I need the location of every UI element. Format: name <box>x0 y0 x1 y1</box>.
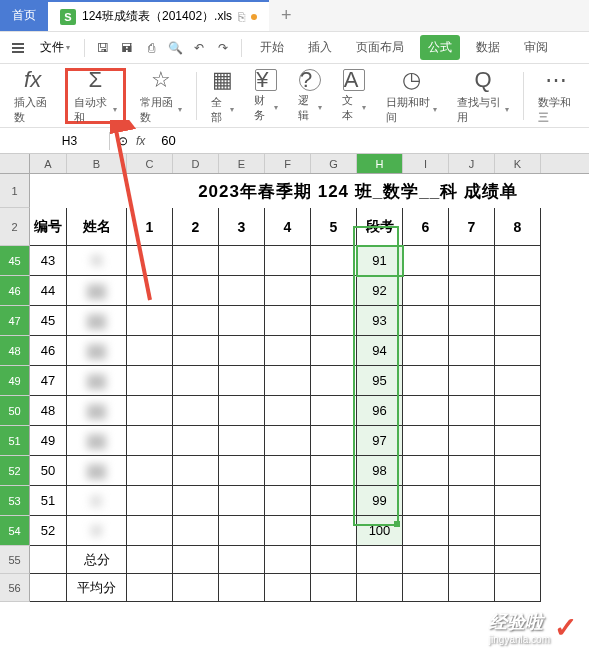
row-header[interactable]: 47 <box>0 306 30 336</box>
row-header[interactable]: 45 <box>0 246 30 276</box>
cell-header[interactable]: 5 <box>311 208 357 246</box>
col-header-B[interactable]: B <box>67 154 127 173</box>
cell-id[interactable]: 46 <box>30 336 67 366</box>
cell[interactable] <box>495 306 541 336</box>
lookup-button[interactable]: Q 查找与引用▾ <box>451 68 515 124</box>
col-header-I[interactable]: I <box>403 154 449 173</box>
cell[interactable] <box>265 306 311 336</box>
text-button[interactable]: A 文本▾ <box>336 68 372 124</box>
col-header-C[interactable]: C <box>127 154 173 173</box>
menu-start[interactable]: 开始 <box>252 35 292 60</box>
logic-button[interactable]: ? 逻辑▾ <box>292 68 328 124</box>
cell-header[interactable]: 4 <box>265 208 311 246</box>
menu-review[interactable]: 审阅 <box>516 35 556 60</box>
cell[interactable] <box>495 336 541 366</box>
col-header-J[interactable]: J <box>449 154 495 173</box>
cell[interactable] <box>449 456 495 486</box>
cell[interactable] <box>127 396 173 426</box>
cell[interactable] <box>449 486 495 516</box>
cell-header[interactable]: 6 <box>403 208 449 246</box>
cell[interactable] <box>219 396 265 426</box>
cell[interactable] <box>311 336 357 366</box>
cell[interactable] <box>449 306 495 336</box>
cell[interactable] <box>403 486 449 516</box>
cell[interactable] <box>265 426 311 456</box>
cell-exam[interactable]: 100 <box>357 516 403 546</box>
cell[interactable] <box>173 246 219 276</box>
cell-name[interactable]: ▓▓ <box>67 456 127 486</box>
cell[interactable] <box>173 366 219 396</box>
cell[interactable] <box>30 174 67 208</box>
name-box[interactable]: H3 <box>30 132 110 150</box>
col-header-D[interactable]: D <box>173 154 219 173</box>
cell[interactable] <box>219 246 265 276</box>
row-header[interactable]: 56 <box>0 574 30 602</box>
cell[interactable] <box>265 366 311 396</box>
cell[interactable] <box>173 486 219 516</box>
cell[interactable] <box>495 456 541 486</box>
select-all-corner[interactable] <box>0 154 30 173</box>
insert-function-button[interactable]: fx 插入函数 <box>8 68 57 124</box>
cell[interactable] <box>449 396 495 426</box>
col-header-G[interactable]: G <box>311 154 357 173</box>
cell-exam[interactable]: 91 <box>357 246 403 276</box>
cell[interactable] <box>265 336 311 366</box>
cell[interactable] <box>403 456 449 486</box>
cell[interactable] <box>265 276 311 306</box>
cell[interactable] <box>219 306 265 336</box>
cell-header[interactable]: 3 <box>219 208 265 246</box>
cell-header-id[interactable]: 编号 <box>30 208 67 246</box>
cell-header[interactable]: 7 <box>449 208 495 246</box>
row-header[interactable]: 54 <box>0 516 30 546</box>
cell[interactable] <box>173 336 219 366</box>
cell[interactable] <box>127 456 173 486</box>
menu-formula[interactable]: 公式 <box>420 35 460 60</box>
col-header-H[interactable]: H <box>357 154 403 173</box>
cell[interactable] <box>219 486 265 516</box>
row-header[interactable]: 55 <box>0 546 30 574</box>
cell[interactable] <box>173 456 219 486</box>
col-header-K[interactable]: K <box>495 154 541 173</box>
cell[interactable] <box>403 396 449 426</box>
row-header[interactable]: 53 <box>0 486 30 516</box>
cell[interactable] <box>127 426 173 456</box>
copy-icon[interactable]: ⎘ <box>238 10 245 24</box>
cell[interactable] <box>265 456 311 486</box>
cell[interactable] <box>449 276 495 306</box>
cell-header[interactable]: 8 <box>495 208 541 246</box>
cell[interactable] <box>219 456 265 486</box>
cell[interactable] <box>449 516 495 546</box>
autosum-button[interactable]: Σ 自动求和▾ <box>65 68 125 124</box>
cell[interactable] <box>311 516 357 546</box>
cell[interactable] <box>449 426 495 456</box>
cell[interactable] <box>495 516 541 546</box>
cell-id[interactable]: 52 <box>30 516 67 546</box>
formula-input[interactable] <box>153 131 589 150</box>
cell-exam[interactable]: 93 <box>357 306 403 336</box>
cell[interactable] <box>127 306 173 336</box>
cell-exam[interactable]: 92 <box>357 276 403 306</box>
cell[interactable] <box>403 336 449 366</box>
row-header[interactable]: 1 <box>0 174 30 208</box>
row-header[interactable]: 2 <box>0 208 30 246</box>
file-menu[interactable]: 文件 ▾ <box>36 37 74 58</box>
cell-exam[interactable]: 97 <box>357 426 403 456</box>
cell-name[interactable]: ▓▓ <box>67 426 127 456</box>
row-header[interactable]: 46 <box>0 276 30 306</box>
new-tab-button[interactable]: + <box>269 5 304 26</box>
common-fn-button[interactable]: ☆ 常用函数▾ <box>134 68 188 124</box>
cell-exam[interactable]: 98 <box>357 456 403 486</box>
menu-data[interactable]: 数据 <box>468 35 508 60</box>
cell[interactable] <box>495 486 541 516</box>
fx-icon[interactable]: fx <box>136 134 145 148</box>
cell-name[interactable]: ▓▓ <box>67 366 127 396</box>
cell[interactable] <box>219 276 265 306</box>
hamburger-menu[interactable] <box>8 41 28 55</box>
cell-exam[interactable]: 96 <box>357 396 403 426</box>
cell[interactable] <box>265 516 311 546</box>
cell[interactable] <box>495 426 541 456</box>
cell[interactable] <box>311 456 357 486</box>
math-button[interactable]: ⋯ 数学和三 <box>532 68 581 124</box>
save-as-icon[interactable]: 🖬 <box>119 40 135 56</box>
cell-id[interactable]: 43 <box>30 246 67 276</box>
